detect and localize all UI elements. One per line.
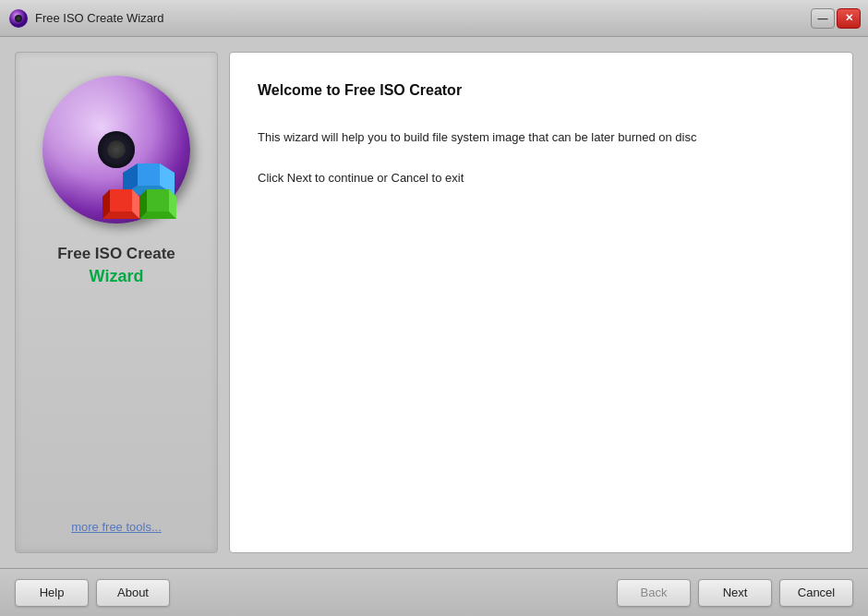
window-controls: — ✕ xyxy=(811,8,861,29)
more-tools-link[interactable]: more free tools... xyxy=(71,520,162,534)
left-panel: Free ISO Create Wizard more free tools..… xyxy=(15,52,218,553)
svg-point-2 xyxy=(17,17,20,20)
next-button[interactable]: Next xyxy=(698,579,772,607)
svg-marker-3 xyxy=(138,163,160,186)
app-name-main: Free ISO Create xyxy=(57,243,175,265)
bottom-bar: Help About Back Next Cancel xyxy=(0,568,868,616)
welcome-title: Welcome to Free ISO Creator xyxy=(258,82,825,99)
bottom-right-buttons: Back Next Cancel xyxy=(617,579,853,607)
close-button[interactable]: ✕ xyxy=(837,8,861,29)
app-name-sub: Wizard xyxy=(57,265,175,288)
app-icon xyxy=(7,7,30,30)
svg-marker-7 xyxy=(110,189,132,211)
title-bar: Free ISO Create Wizard — ✕ xyxy=(0,0,868,37)
about-button[interactable]: About xyxy=(96,579,170,607)
bottom-left-buttons: Help About xyxy=(15,579,170,607)
svg-marker-11 xyxy=(147,189,169,211)
welcome-description: This wizard will help you to build file … xyxy=(258,128,825,147)
right-panel: Welcome to Free ISO Creator This wizard … xyxy=(229,52,853,553)
disc-hole xyxy=(98,131,135,168)
minimize-button[interactable]: — xyxy=(811,8,835,29)
cancel-button[interactable]: Cancel xyxy=(779,579,853,607)
help-button[interactable]: Help xyxy=(15,579,89,607)
app-name-label: Free ISO Create Wizard xyxy=(57,243,175,288)
back-button[interactable]: Back xyxy=(617,579,691,607)
welcome-hint: Click Next to continue or Cancel to exit xyxy=(258,169,825,187)
main-container: Free ISO Create Wizard more free tools..… xyxy=(0,37,868,568)
disc-graphic xyxy=(38,71,195,228)
window-title: Free ISO Create Wizard xyxy=(35,11,163,25)
